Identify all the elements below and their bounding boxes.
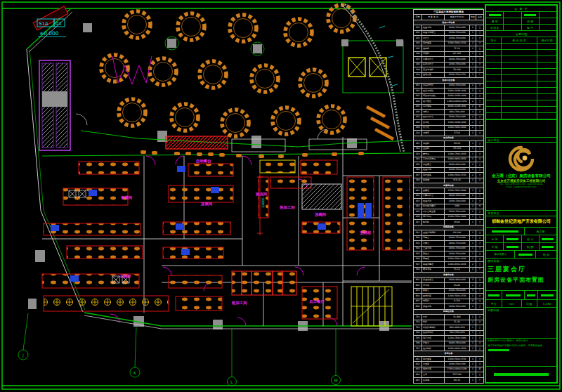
discipline-label: 建 筑 <box>486 18 504 24</box>
schedule-item-row: 401风幕柜1500×760×19801台 <box>414 188 484 193</box>
schedule-header: 序号设 备 名 称规格尺寸(mm)数量单位 <box>414 15 484 20</box>
company-logo <box>507 144 536 174</box>
schedule-item-row: 208低汤灶1200×1000×8001台 <box>414 120 484 125</box>
company-name-cn: 金万通（北京）厨房设备有限公司 <box>492 174 551 179</box>
unit-value: mm <box>502 300 522 307</box>
schedule-item-row: 204双门蒸柜1100×1000×18502台 <box>414 99 484 104</box>
approve-label: 制 图 <box>522 243 540 250</box>
discipline-label: 结 构 <box>522 18 540 24</box>
title-block: 会 签 栏 建 筑 结 构 给排水 电 气 会签日期 版次 修 改 内 容 修改… <box>485 4 558 384</box>
schedule-item-row: 606保温汤池1200×700×8002台 <box>414 304 484 309</box>
marker-code1: S1A <box>39 21 48 27</box>
schedule-item-row: 805登高梯DG-151个 <box>414 377 484 383</box>
schedule-item-row: 504三星水池1800×700×8001台 <box>414 246 484 251</box>
schedule-item-row: 705四门冷柜1220×760×19801台 <box>414 336 484 341</box>
schedule-item-row: 207双层工作台1500×700×8004台 <box>414 115 484 119</box>
company-email: Email：jwt@kitchen163.com <box>507 185 537 188</box>
axis-grid: J K L M <box>18 313 341 386</box>
schedule-item-row: 203四头燃气炒灶2400×1050×8002台 <box>414 93 484 98</box>
discipline-label: 给排水 <box>486 25 504 30</box>
revision-empty-row <box>486 81 556 88</box>
schedule-section-row: 洗碗间设备 <box>414 225 484 230</box>
schedule-item-row: 405工作台带立架1500×700×8002台 <box>414 209 484 214</box>
schedule-item-row: 604微波炉架1200×500×15501台 <box>414 294 484 299</box>
schedule-item-row: 206调料台800×700×8004台 <box>414 110 484 115</box>
sign-date-label: 会签日期 <box>486 31 556 37</box>
schedule-item-row: 501通道式洗碗机CM-2001台 <box>414 230 484 235</box>
dev-unit-label: 开发单位 <box>486 211 556 216</box>
schedule-item-row: 702炸炉ZL-281台 <box>414 320 484 325</box>
general-notes: 本图所有尺寸均以毫米计，标高以米计。 施工中如有疑问请及时与设计方联系，不得私自… <box>486 339 556 367</box>
room-label: 面点间 <box>255 192 267 197</box>
drawing-name-panel: 图纸名称： 三层宴会厅 厨房设备平面布置图 <box>486 259 556 291</box>
schedule-item-row: 304三层六盘烤箱1800×900×16501台 <box>414 157 484 162</box>
room-label: 洗碗间 <box>315 212 326 217</box>
schedule-item-row: 407制冰机IM-801台 <box>414 220 484 225</box>
room-label: 交通核 <box>359 230 372 235</box>
plot-notes-panel: 出图说明 <box>486 308 556 339</box>
staircase <box>351 287 392 326</box>
schedule-item-row: 706沙拉台1800×760×8001台 <box>414 341 484 346</box>
schedule-item-row: 403双星水池1200×700×8001台 <box>414 199 484 204</box>
design-unit-panel: 金万通（北京）厨房设备有限公司 北京金万通厨房设备工程有限公司 TEL：010-… <box>486 143 556 211</box>
discipline-label: 电 气 <box>522 25 540 30</box>
signature-mark <box>522 12 540 18</box>
revision-empty-row <box>486 94 556 100</box>
schedule-item-row: 101双星水池1200×700×8002台 <box>414 25 484 30</box>
schedule-item-row: 302压面机YM-3501台 <box>414 146 484 151</box>
schedule-item-row: 303醒发箱1200×700×18501台 <box>414 152 484 157</box>
schedule-item-row: 103工作台1200×700×8002台 <box>414 36 484 41</box>
schedule-item-row: 602开水器KS-901台 <box>414 283 484 288</box>
schedule-item-row: 502污碟台2400×750×8001台 <box>414 235 484 240</box>
schedule-item-row: 503洁碟台1800×750×8001台 <box>414 241 484 246</box>
schedule-item-row: 201六头煲仔炉1200×700×8002台 <box>414 83 484 88</box>
schedule-item-row: 307四层货架1200×500×15502台 <box>414 173 484 178</box>
schedule-item-row: 107冷藏工作台1800×760×8001台 <box>414 57 484 62</box>
axis-bubble-label: K <box>133 370 137 375</box>
rev-header: 版次 <box>486 37 502 43</box>
plot-label: 出图说明 <box>488 308 555 312</box>
schedule-item-row: 603备餐台1500×700×8003台 <box>414 288 484 293</box>
approve-label: 审 定 <box>486 235 504 242</box>
cad-viewport: 12600 S1A 01 ±0.000 自助餐台 备餐间 凉菜间 面点间 热加工… <box>0 0 562 392</box>
schedule-item-row: 109真空包装机ZK-4001台 <box>414 67 484 72</box>
axis-bubble-label: J <box>22 353 24 358</box>
schedule-item-row: 707双层焗炉1200×800×16501台 <box>414 346 484 351</box>
schedule-section-row: 凉菜间设备 <box>414 183 484 188</box>
approve-label: 校 对 <box>536 251 556 258</box>
schedule-item-row: 105绞肉机TC-221台 <box>414 46 484 51</box>
scale-value: 1:150 <box>537 300 556 307</box>
escalator <box>33 6 70 150</box>
schedule-item-row: 605布菲炉B-3506台 <box>414 299 484 303</box>
schedule-item-row: 402冷藏工作台1800×760×8002台 <box>414 193 484 198</box>
schedule-item-row: 209炊具柜1200×500×18002台 <box>414 125 484 130</box>
room-label: 热加工间 <box>279 205 295 210</box>
schedule-item-row: 308电饼铛YCD-451台 <box>414 178 484 183</box>
drawing-name-line2: 厨房设备平面布置图 <box>488 276 555 284</box>
approve-label: 设 计 <box>522 235 540 242</box>
marker-code2: 01 <box>55 21 62 27</box>
revision-empty-row <box>486 44 556 50</box>
drawing-name-label: 图纸名称： <box>488 259 555 263</box>
design-unit-label: 设计单位 <box>486 138 556 142</box>
sign-column-title: 会 签 栏 <box>486 6 556 11</box>
bottom-bar <box>486 367 556 382</box>
schedule-item-row: 703平头炉连焗炉900×800×8501台 <box>414 325 484 330</box>
schedule-item-row: 106切菜机QC-1001台 <box>414 51 484 56</box>
schedule-section-row: 热加工区设备 <box>414 78 484 83</box>
revision-empty-row <box>486 113 556 119</box>
revision-empty-row <box>486 88 556 94</box>
schedule-item-row: 804台秤TGT-5001台 <box>414 372 484 377</box>
revision-empty-row <box>486 69 556 75</box>
revision-empty-row <box>486 63 556 69</box>
stove-line <box>44 296 169 311</box>
schedule-section-row: 库房设备 <box>414 351 484 356</box>
marker-level: ±0.000 <box>39 30 59 37</box>
drawing-name-line1: 三层宴会厅 <box>488 265 555 274</box>
rev-header: 修 改 内 容 <box>502 37 537 43</box>
schedule-item-row: 404紫外线消毒灯30W2支 <box>414 204 484 209</box>
schedule-item-row: 108砧板工作台1200×700×8001台 <box>414 62 484 67</box>
approve-label: 审 核 <box>486 243 504 250</box>
equipment-schedule-table: 三层宴会厅厨房设备配置表序号设 备 名 称规格尺寸(mm)数量单位粗加工间设备1… <box>413 9 483 384</box>
schedule-section-row: 面点间设备 <box>414 136 484 141</box>
